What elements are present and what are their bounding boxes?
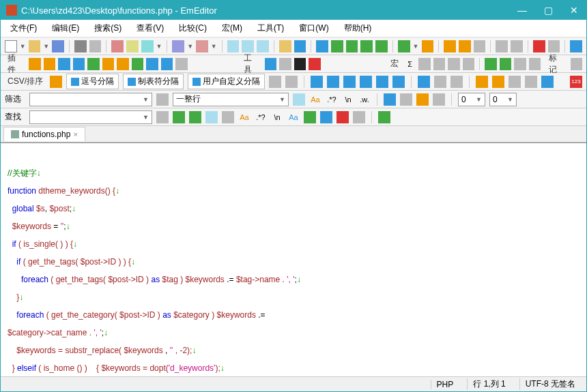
plugin-11-button[interactable]: [175, 58, 188, 70]
undo-button[interactable]: [172, 40, 184, 52]
sort-4-button[interactable]: [360, 76, 372, 88]
plugin-6-button[interactable]: [102, 58, 115, 70]
sort-6-button[interactable]: [392, 76, 405, 88]
hl-2-button[interactable]: [492, 76, 504, 88]
macro-4-button[interactable]: [448, 58, 460, 70]
macro-5-button[interactable]: [463, 58, 475, 70]
status-position[interactable]: 行 1,列 1: [467, 378, 511, 390]
filter-b4-button[interactable]: [433, 93, 445, 106]
customize-button[interactable]: [459, 40, 471, 52]
open-file-dropdown[interactable]: ▼: [43, 43, 49, 50]
filter-regex-button[interactable]: .*?: [326, 93, 338, 106]
plugin-8-button[interactable]: [132, 58, 144, 70]
print-preview-button[interactable]: [89, 40, 102, 52]
menu-compare[interactable]: 比较(C): [176, 21, 210, 35]
copy-button[interactable]: [126, 40, 139, 52]
properties-button[interactable]: [474, 40, 486, 52]
folder-button[interactable]: [279, 40, 291, 52]
tool-cmd-button[interactable]: [294, 58, 306, 70]
search-input[interactable]: ▼: [29, 110, 152, 124]
redo-button[interactable]: [196, 40, 208, 52]
filter-clear-button[interactable]: [156, 93, 169, 106]
filter-num2-select[interactable]: 0▼: [489, 93, 517, 106]
code-editor[interactable]: //关键字↓ function dtheme_keywords() {↓ glo…: [1, 142, 586, 376]
cut-button[interactable]: [111, 40, 124, 52]
status-language[interactable]: PHP: [431, 380, 459, 389]
search-next-button[interactable]: [189, 111, 201, 123]
plugin-7-button[interactable]: [117, 58, 129, 70]
bookmark-button[interactable]: [422, 40, 434, 52]
col-2-button[interactable]: [434, 76, 446, 88]
minimize-button[interactable]: —: [515, 5, 529, 16]
filter-escape-button[interactable]: \n: [342, 93, 354, 106]
hl-4-button[interactable]: [525, 76, 537, 88]
cursor-button[interactable]: [496, 40, 508, 52]
filter-b1-button[interactable]: [384, 93, 396, 106]
config-button[interactable]: [444, 40, 456, 52]
search-prev-button[interactable]: [173, 111, 185, 123]
search-b1-button[interactable]: [304, 111, 316, 123]
search-word-button[interactable]: Aa: [287, 111, 300, 123]
sort-desc-button[interactable]: [327, 76, 339, 88]
search-escape-button[interactable]: \n: [271, 111, 283, 123]
marker-button[interactable]: [571, 58, 583, 70]
csv-add-button[interactable]: [269, 76, 281, 88]
plugin-1-button[interactable]: [29, 58, 41, 70]
menu-help[interactable]: 帮助(H): [341, 21, 375, 35]
col-3-button[interactable]: [450, 76, 463, 88]
wrench-icon[interactable]: [570, 40, 582, 52]
macro-sigma-icon[interactable]: Σ: [404, 58, 416, 70]
csv-comma-button[interactable]: 逗号分隔: [66, 74, 119, 89]
menu-file[interactable]: 文件(F): [8, 21, 40, 35]
tile-v-button[interactable]: [331, 40, 343, 52]
plugin-10-button[interactable]: [161, 58, 173, 70]
filter-case-button[interactable]: Aa: [309, 93, 321, 106]
undo-dropdown[interactable]: ▼: [187, 43, 193, 50]
redo-dropdown[interactable]: ▼: [211, 43, 217, 50]
open-file-button[interactable]: [29, 40, 41, 52]
plugin-4-button[interactable]: [73, 58, 85, 70]
sort-3-button[interactable]: [343, 76, 356, 88]
paste-dropdown[interactable]: ▼: [156, 43, 162, 50]
tile-h-button[interactable]: [316, 40, 328, 52]
nav-3-button[interactable]: [514, 58, 526, 70]
save-button[interactable]: [52, 40, 64, 52]
menu-view[interactable]: 查看(V): [134, 21, 167, 35]
menu-tools[interactable]: 工具(T): [255, 21, 287, 35]
nav-back-button[interactable]: [485, 58, 497, 70]
sort-asc-button[interactable]: [311, 76, 323, 88]
tab-close-button[interactable]: ×: [73, 130, 77, 138]
filter-search-button[interactable]: [293, 93, 305, 106]
filter-input[interactable]: ▼: [29, 93, 152, 106]
status-encoding[interactable]: UTF-8 无签名: [519, 378, 581, 390]
num-123-icon[interactable]: 123: [570, 76, 582, 88]
search-b2-button[interactable]: [320, 111, 332, 123]
csv-user-button[interactable]: 用户自定义分隔: [188, 74, 265, 89]
cascade-button[interactable]: [346, 40, 358, 52]
macro-2-button[interactable]: [418, 58, 431, 70]
select-button[interactable]: [511, 40, 523, 52]
hl-5-button[interactable]: [541, 76, 554, 88]
print-button[interactable]: [74, 40, 87, 52]
search-clear-button[interactable]: [156, 111, 169, 123]
macro-rec-button[interactable]: [398, 40, 410, 52]
macro-dropdown[interactable]: ▼: [413, 43, 419, 50]
filter-lock-icon[interactable]: [416, 93, 429, 106]
plugin-2-button[interactable]: [44, 58, 56, 70]
csv-tab-button[interactable]: 制表符分隔: [123, 74, 184, 89]
csv-mode-button[interactable]: [50, 76, 62, 88]
hl-3-button[interactable]: [509, 76, 521, 88]
filter-b2-button[interactable]: [400, 93, 412, 106]
filter-num1-select[interactable]: 0▼: [458, 93, 485, 106]
search-b3-button[interactable]: [337, 111, 349, 123]
search-replace-button[interactable]: [222, 111, 234, 123]
search-go-button[interactable]: [378, 111, 390, 123]
play-button[interactable]: [548, 40, 560, 52]
tool-ie-button[interactable]: [265, 58, 277, 70]
plugin-3-button[interactable]: [58, 58, 70, 70]
menu-search[interactable]: 搜索(S): [91, 21, 124, 35]
stop-button[interactable]: [533, 40, 545, 52]
filter-word-button[interactable]: .w.: [358, 93, 371, 106]
file-tab[interactable]: functions.php ×: [3, 127, 85, 141]
new-file-dropdown[interactable]: ▼: [20, 43, 26, 50]
